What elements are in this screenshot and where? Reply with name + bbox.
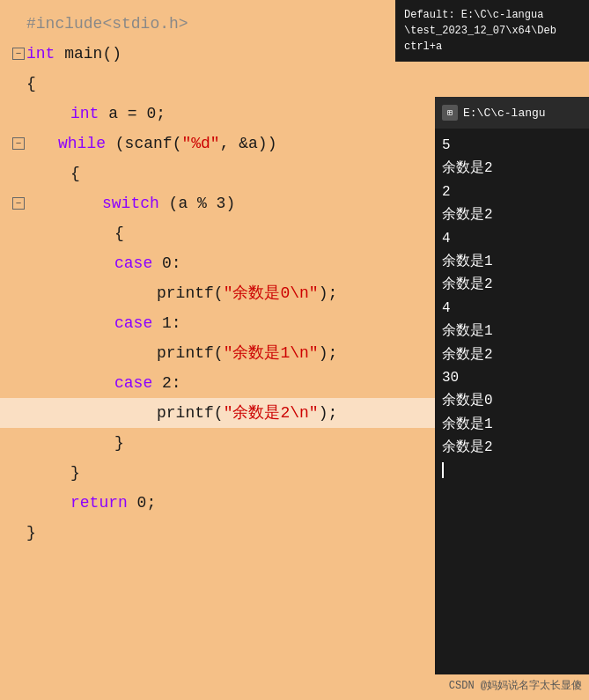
code-text-15: } — [26, 428, 124, 458]
tooltip-line2: \test_2023_12_07\x64\Deb — [404, 25, 556, 37]
code-text-9: case 0: — [26, 248, 181, 278]
collapse-btn-switch[interactable]: − — [12, 197, 25, 210]
terminal-line: 余数是1 — [442, 320, 582, 343]
code-line-4: int a = 0; — [0, 99, 440, 129]
terminal-line: 余数是2 — [442, 343, 582, 366]
code-text-10: printf("余数是0\n"); — [26, 278, 337, 308]
collapse-btn-while[interactable]: − — [12, 137, 25, 150]
terminal-line: 余数是2 — [442, 273, 582, 296]
code-text-7: switch (a % 3) — [26, 188, 235, 218]
code-line-2: − int main() — [0, 39, 440, 69]
code-text-11: case 1: — [26, 308, 181, 338]
code-text-13: case 2: — [26, 368, 181, 398]
collapse-btn-main[interactable]: − — [12, 48, 25, 60]
terminal-line: 2 — [442, 181, 582, 203]
code-line-10: printf("余数是0\n"); — [0, 278, 440, 308]
code-line-9: case 0: — [0, 248, 440, 278]
code-text-5: while (scanf("%d", &a)) — [26, 129, 276, 158]
code-text-3: { — [26, 69, 36, 99]
watermark: CSDN @妈妈说名字太长显傻 — [449, 678, 582, 693]
code-text-12: printf("余数是1\n"); — [26, 338, 337, 368]
terminal-line: 5 — [442, 134, 582, 157]
code-line-6: { — [0, 158, 440, 188]
code-text-4: int a = 0; — [26, 99, 166, 129]
terminal-line: 余数是2 — [442, 157, 582, 180]
code-text-18: } — [26, 518, 36, 548]
terminal-header-label: E:\C\c-langu — [463, 107, 546, 120]
code-line-7: − switch (a % 3) — [0, 188, 440, 218]
terminal-line: 余数是1 — [442, 250, 582, 273]
terminal-header: ⊞ E:\C\c-langu — [435, 97, 589, 129]
code-line-1: #include<stdio.h> — [0, 9, 440, 39]
code-line-14: printf("余数是2\n"); — [0, 398, 440, 428]
code-line-11: case 1: — [0, 308, 440, 338]
code-text-16: } — [26, 458, 80, 488]
tooltip-box: Default: E:\C\c-langua \test_2023_12_07\… — [395, 0, 589, 62]
terminal-line: 余数是2 — [442, 203, 582, 226]
code-line-16: } — [0, 458, 440, 488]
code-line-17: return 0; — [0, 488, 440, 518]
terminal-line: 30 — [442, 366, 582, 389]
tooltip-line1: Default: E:\C\c-langua — [404, 9, 543, 21]
terminal-icon: ⊞ — [442, 105, 458, 121]
code-line-13: case 2: — [0, 368, 440, 398]
code-line-3: { — [0, 69, 440, 99]
code-line-5: − while (scanf("%d", &a)) — [0, 129, 440, 158]
terminal-line: 余数是2 — [442, 436, 582, 459]
terminal-line: 4 — [442, 297, 582, 320]
tooltip-line3: ctrl+a — [404, 41, 442, 53]
code-line-18: } — [0, 518, 440, 548]
terminal-content: 5余数是22余数是24余数是1余数是24余数是1余数是230余数是0余数是1余数… — [435, 129, 589, 674]
code-text-2: int main() — [26, 39, 121, 69]
code-text-17: return 0; — [26, 488, 156, 518]
code-line-12: printf("余数是1\n"); — [0, 338, 440, 368]
code-line-8: { — [0, 218, 440, 248]
code-line-15: } — [0, 428, 440, 458]
code-text-8: { — [26, 218, 124, 248]
terminal-line: 余数是1 — [442, 413, 582, 436]
terminal-line: 4 — [442, 227, 582, 250]
code-text-6: { — [26, 158, 80, 188]
code-editor: #include<stdio.h> − int main() { int a =… — [0, 0, 440, 700]
code-text-1: #include<stdio.h> — [26, 9, 188, 39]
code-text-14: printf("余数是2\n"); — [26, 398, 337, 428]
terminal-line: 余数是0 — [442, 389, 582, 412]
